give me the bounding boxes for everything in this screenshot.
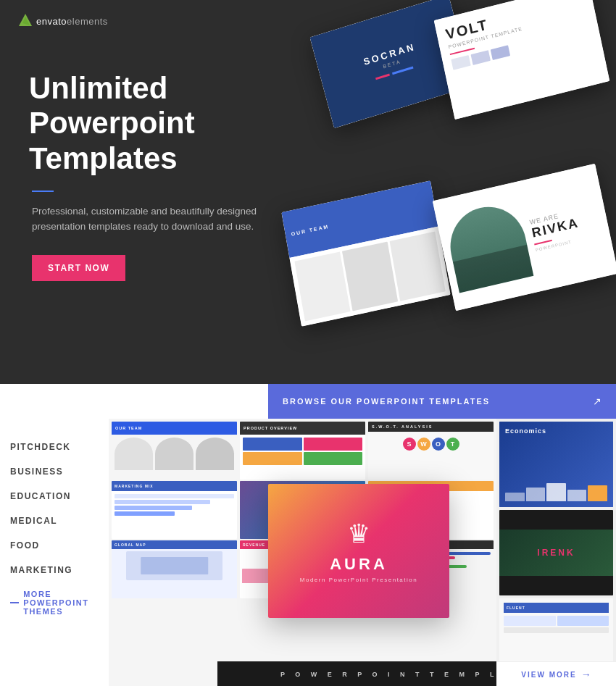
aura-subtitle: Modern PowerPoint Presentation <box>300 577 417 583</box>
sidebar-navigation: PITCHDECK BUSINESS EDUCATION MEDICAL FOO… <box>0 427 109 616</box>
sidebar-item-marketing[interactable]: MARKETING <box>10 565 109 575</box>
more-themes-link[interactable]: MORE POWERPOINT THEMES <box>10 590 109 616</box>
sidebar-item-medical[interactable]: MEDICAL <box>10 516 109 526</box>
preview-area: OUR TEAM PRODUCT OVERVIEW <box>109 419 496 686</box>
sidebar-item-food[interactable]: FOOD <box>10 540 109 551</box>
browse-arrow-icon: ↗ <box>593 396 602 407</box>
envato-leaf-icon <box>17 13 33 29</box>
browse-header: BROWSE OUR POWERPOINT TEMPLATES ↗ <box>268 384 616 419</box>
sidebar-item-pitchdeck[interactable]: PITCHDECK <box>10 442 109 452</box>
preview-slide-swot[interactable]: S.W.O.T. ANALYSIS S W O T <box>368 422 494 480</box>
thumb-irenk-label: IRENK <box>537 548 575 558</box>
hero-section: envatoelements Unlimited Powerpoint Temp… <box>0 0 616 384</box>
hero-divider <box>32 191 54 192</box>
browse-header-text: BROWSE OUR POWERPOINT TEMPLATES <box>283 397 593 406</box>
more-themes-label: MORE POWERPOINT THEMES <box>23 590 109 616</box>
preview-slide-our-team[interactable]: OUR TEAM <box>112 422 237 480</box>
thumb-irenk[interactable]: IRENK <box>499 510 613 595</box>
logo[interactable]: envatoelements <box>17 13 108 29</box>
view-more-bar[interactable]: VIEW MORE → <box>496 661 616 686</box>
sidebar-item-education[interactable]: EDUCATION <box>10 491 109 501</box>
right-thumbnail-column: Economics IRENK FLUENT <box>496 419 616 686</box>
ppt-template-bar: P O W E R P O I N T T E M P L A T E <box>217 661 496 686</box>
sidebar-item-business[interactable]: BUSINESS <box>10 467 109 477</box>
preview-slide-product[interactable]: PRODUCT OVERVIEW <box>240 422 365 480</box>
ppt-bar-text: P O W E R P O I N T T E M P L A T E <box>280 671 496 678</box>
hero-content: Unlimited Powerpoint Templates Professio… <box>0 42 616 281</box>
browse-section: BROWSE OUR POWERPOINT TEMPLATES ↗ PITCHD… <box>0 384 616 686</box>
aura-title: AURA <box>330 555 388 574</box>
preview-slide-marketing[interactable]: MARKETING MIX <box>112 481 237 539</box>
view-more-label: VIEW MORE <box>521 671 576 679</box>
thumb-economics-label: Economics <box>505 427 607 435</box>
hero-title: Unlimited Powerpoint Templates <box>29 71 333 176</box>
start-now-button[interactable]: START NOW <box>32 255 125 281</box>
thumb-economics[interactable]: Economics <box>499 422 613 507</box>
view-more-arrow-icon: → <box>581 669 591 680</box>
more-themes-dash <box>10 602 19 603</box>
preview-slide-global[interactable]: GLOBAL MAP <box>112 540 237 598</box>
aura-featured-card[interactable]: ♛ AURA Modern PowerPoint Presentation <box>268 484 449 618</box>
hero-subtitle: Professional, customizable and beautiful… <box>32 204 278 235</box>
logo-text: envatoelements <box>36 16 108 27</box>
aura-crown-icon: ♛ <box>347 519 370 549</box>
